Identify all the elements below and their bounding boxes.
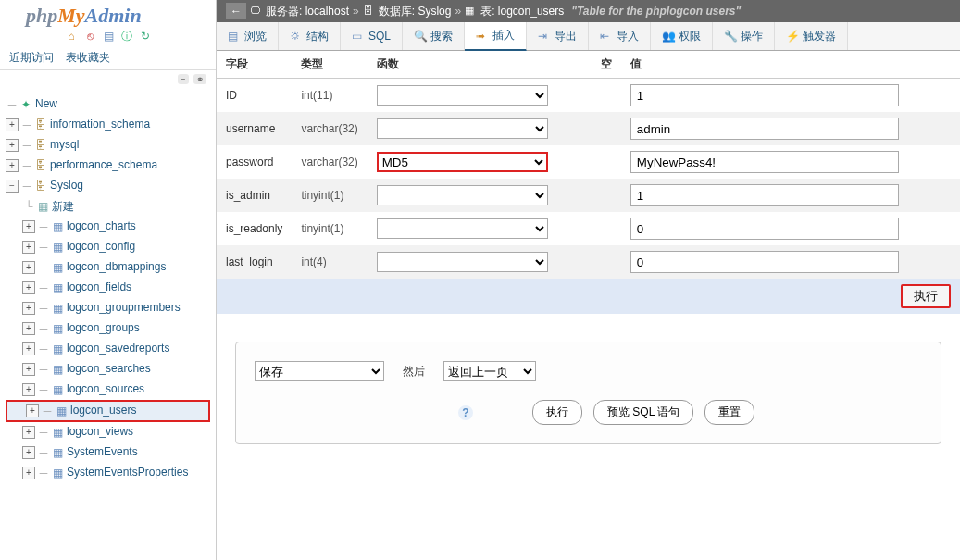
logout-icon[interactable]: ⎋ (83, 30, 96, 43)
tree-db-information_schema[interactable]: +─🗄information_schema (6, 115, 210, 135)
breadcrumb: ← 🖵 服务器: localhost » 🗄 数据库: Syslog » ▦ 表… (217, 0, 960, 22)
func-select-ID[interactable] (377, 85, 548, 106)
expand-icon[interactable]: + (22, 383, 35, 396)
tree-table-logcon_groupmembers[interactable]: +─▦logcon_groupmembers (6, 298, 210, 318)
value-input-is_readonly[interactable] (630, 218, 899, 240)
expand-icon[interactable]: + (22, 220, 35, 233)
func-select-last_login[interactable] (377, 252, 548, 272)
tab-权限[interactable]: 👥权限 (651, 22, 713, 50)
field-name: password (217, 145, 292, 179)
tree-table-SystemEventsProperties[interactable]: +─▦SystemEventsProperties (6, 463, 210, 483)
go-button[interactable]: 执行 (901, 284, 951, 308)
table-icon: ▦ (50, 280, 65, 295)
list-icon: ▤ (228, 30, 241, 43)
expand-icon[interactable]: + (22, 322, 35, 335)
tab-导出[interactable]: ⇥导出 (527, 22, 589, 50)
export-icon: ⇥ (538, 30, 551, 43)
tab-SQL[interactable]: ▭SQL (341, 22, 403, 50)
preview-sql-button[interactable]: 预览 SQL 语句 (593, 400, 693, 425)
value-input-password[interactable] (630, 151, 899, 173)
expand-icon[interactable]: + (26, 404, 39, 417)
func-select-password[interactable]: MD5 (377, 152, 548, 172)
tree-db-performance_schema[interactable]: +─🗄performance_schema (6, 156, 210, 176)
db-link[interactable]: Syslog (418, 5, 451, 18)
tree-db-mysql[interactable]: +─🗄mysql (6, 135, 210, 156)
tab-触发器[interactable]: ⚡触发器 (775, 22, 848, 50)
tab-结构[interactable]: ⛭结构 (279, 22, 341, 50)
tree-table-logcon_config[interactable]: +─▦logcon_config (6, 237, 210, 257)
favorites-link[interactable]: 表收藏夹 (66, 51, 110, 64)
tree-table-logcon_dbmappings[interactable]: +─▦logcon_dbmappings (6, 257, 210, 278)
after-select[interactable]: 返回上一页 (443, 361, 536, 381)
search-icon: 🔍 (414, 30, 427, 43)
table-icon: ▦ (50, 301, 65, 316)
expand-icon[interactable]: + (6, 159, 19, 172)
reset-button[interactable]: 重置 (704, 400, 754, 425)
field-type: tinyint(1) (292, 212, 367, 245)
help-icon[interactable]: ? (458, 405, 473, 420)
field-name: last_login (217, 245, 292, 279)
collapse-icon[interactable]: − (178, 74, 189, 84)
logo[interactable]: phpMyAdmin (0, 0, 216, 30)
tree-table-logcon_savedreports[interactable]: +─▦logcon_savedreports (6, 339, 210, 359)
value-input-ID[interactable] (630, 84, 899, 106)
tab-导入[interactable]: ⇤导入 (589, 22, 651, 50)
col-type: 类型 (292, 51, 367, 79)
tree-table-logcon_groups[interactable]: +─▦logcon_groups (6, 318, 210, 339)
tree-table-logcon_searches[interactable]: +─▦logcon_searches (6, 359, 210, 380)
tree-db-Syslog[interactable]: −─🗄Syslog (6, 176, 210, 196)
expand-icon[interactable]: + (22, 363, 35, 376)
server-icon: 🖵 (250, 5, 263, 18)
func-select-is_admin[interactable] (377, 185, 548, 205)
expand-icon[interactable]: + (22, 426, 35, 439)
import-icon: ⇤ (600, 30, 613, 43)
field-name: is_readonly (217, 212, 292, 245)
field-type: varchar(32) (292, 145, 367, 179)
home-icon[interactable]: ⌂ (65, 30, 78, 43)
tree-table-logcon_views[interactable]: +─▦logcon_views (6, 422, 210, 442)
panel-controls: − ⚭ (0, 70, 216, 91)
tree-new-table[interactable]: └▦新建 (6, 196, 210, 217)
tree-table-logcon_charts[interactable]: +─▦logcon_charts (6, 217, 210, 237)
link-icon[interactable]: ⚭ (193, 74, 206, 84)
exec-button[interactable]: 执行 (532, 400, 582, 425)
server-link[interactable]: localhost (305, 5, 349, 18)
recent-link[interactable]: 近期访问 (9, 51, 54, 64)
expand-icon[interactable]: + (22, 342, 35, 355)
col-func: 函数 (368, 51, 592, 79)
docs-icon[interactable]: ⓘ (120, 30, 133, 43)
value-input-is_admin[interactable] (630, 184, 899, 206)
expand-icon[interactable]: + (6, 118, 19, 131)
tree-table-logcon_users[interactable]: +─▦logcon_users (6, 400, 210, 422)
tab-搜索[interactable]: 🔍搜索 (403, 22, 465, 50)
tab-插入[interactable]: ➟插入 (465, 22, 527, 51)
sql-icon[interactable]: ▤ (102, 30, 115, 43)
priv-icon: 👥 (662, 30, 675, 43)
field-type: tinyint(1) (292, 179, 367, 212)
nav-toggle-icon[interactable]: ← (226, 3, 246, 19)
tree-table-logcon_sources[interactable]: +─▦logcon_sources (6, 380, 210, 400)
expand-icon[interactable]: + (22, 446, 35, 459)
func-select-username[interactable] (377, 118, 548, 139)
tree-new-db[interactable]: ─✦New (6, 94, 210, 115)
value-input-last_login[interactable] (630, 251, 899, 273)
tree-table-logcon_fields[interactable]: +─▦logcon_fields (6, 278, 210, 298)
expand-icon[interactable]: + (22, 302, 35, 315)
insert-row-last_login: last_loginint(4) (217, 245, 960, 279)
tree-table-SystemEvents[interactable]: +─▦SystemEvents (6, 442, 210, 463)
expand-icon[interactable]: + (22, 281, 35, 294)
save-select[interactable]: 保存 (255, 361, 384, 381)
value-input-username[interactable] (630, 118, 899, 140)
expand-icon[interactable]: + (22, 467, 35, 479)
func-select-is_readonly[interactable] (377, 218, 548, 239)
tab-浏览[interactable]: ▤浏览 (217, 22, 279, 50)
expand-icon[interactable]: + (22, 241, 35, 254)
expand-icon[interactable]: − (6, 180, 19, 193)
table-icon: ▦ (50, 219, 65, 234)
tab-操作[interactable]: 🔧操作 (713, 22, 775, 50)
reload-icon[interactable]: ↻ (139, 30, 152, 43)
expand-icon[interactable]: + (6, 139, 19, 152)
table-icon: ▦ (50, 240, 65, 255)
expand-icon[interactable]: + (22, 261, 35, 274)
tbl-link[interactable]: logcon_users (498, 5, 564, 18)
